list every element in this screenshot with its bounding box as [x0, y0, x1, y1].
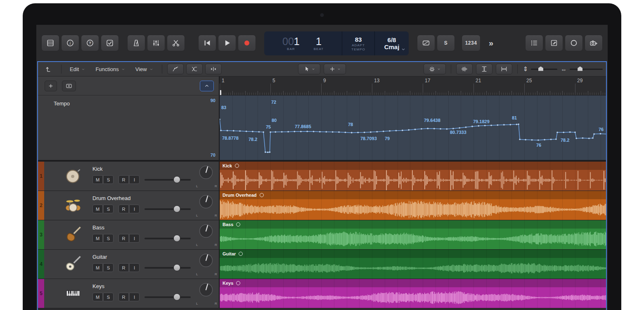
tempo-point[interactable]	[370, 131, 372, 133]
tempo-point[interactable]	[306, 131, 308, 132]
loop-indicator-icon[interactable]	[236, 281, 240, 285]
tempo-point[interactable]	[267, 152, 269, 153]
track-header[interactable]: 1 Kick M S R I L R	[38, 162, 220, 191]
horizontal-zoom-thumb[interactable]	[578, 67, 582, 71]
tempo-point[interactable]	[484, 125, 486, 126]
region-header[interactable]: Guitar	[220, 250, 606, 258]
track-lane[interactable]: Guitar	[220, 250, 606, 279]
tools-button[interactable]	[167, 35, 185, 51]
track-name[interactable]: Drum Overhead	[92, 195, 130, 201]
record-button[interactable]	[238, 35, 256, 51]
lcd-chevron-down-icon[interactable]	[400, 46, 406, 52]
note-pads-button[interactable]	[545, 35, 563, 51]
tempo-point[interactable]	[556, 132, 558, 134]
track-name[interactable]: Kick	[92, 166, 103, 172]
solo-button[interactable]: S	[103, 293, 114, 301]
view-menu[interactable]: View	[132, 64, 157, 74]
loop-indicator-icon[interactable]	[236, 222, 240, 227]
library-button[interactable]	[41, 35, 59, 51]
track-lane[interactable]: Drum Overhead	[220, 191, 606, 220]
region-header[interactable]: Kick	[220, 162, 606, 170]
track-name[interactable]: Keys	[92, 283, 104, 289]
tempo-point[interactable]	[588, 138, 590, 139]
solo-mode-button[interactable]: S	[437, 35, 455, 51]
region-header[interactable]: Drum Overhead	[220, 191, 606, 199]
pan-knob[interactable]	[198, 194, 214, 210]
tempo-point[interactable]	[537, 139, 539, 141]
loop-browser-button[interactable]	[565, 35, 583, 51]
mute-button[interactable]: M	[92, 263, 103, 272]
media-browser-button[interactable]	[585, 35, 603, 51]
tempo-point[interactable]	[294, 131, 296, 133]
lcd-beat-field[interactable]: 1 BEAT	[314, 36, 324, 51]
tempo-point[interactable]	[421, 128, 422, 130]
count-in-button[interactable]: 1234	[462, 35, 481, 51]
input-monitor-button[interactable]: I	[129, 263, 140, 272]
tempo-point[interactable]	[471, 126, 473, 127]
track-lane[interactable]: Bass	[220, 220, 606, 249]
mute-button[interactable]: M	[92, 205, 103, 213]
lcd-position[interactable]: 001 BAR 1 BEAT	[264, 31, 342, 55]
volume-slider[interactable]	[144, 264, 191, 272]
tempo-curve[interactable]	[220, 95, 606, 160]
record-enable-button[interactable]: R	[118, 263, 129, 272]
tempo-point[interactable]	[593, 133, 595, 135]
tempo-point[interactable]	[281, 131, 283, 133]
tempo-point[interactable]	[246, 131, 247, 132]
mute-button[interactable]: M	[92, 175, 103, 184]
tempo-point[interactable]	[357, 132, 359, 134]
pan-knob[interactable]	[198, 282, 214, 298]
hide-global-tracks-button[interactable]	[200, 81, 214, 91]
tempo-point[interactable]	[326, 131, 327, 133]
pan-knob[interactable]	[198, 165, 214, 180]
mute-button[interactable]: M	[92, 293, 103, 301]
tempo-point[interactable]	[313, 131, 315, 133]
volume-slider-thumb[interactable]	[173, 264, 180, 271]
vertical-zoom-thumb[interactable]	[538, 67, 543, 71]
tempo-point[interactable]	[433, 128, 435, 130]
record-enable-button[interactable]: R	[118, 175, 129, 184]
functions-menu[interactable]: Functions	[92, 64, 128, 74]
tempo-point[interactable]	[582, 137, 584, 139]
tempo-point[interactable]	[383, 131, 384, 132]
horizontal-zoom-track[interactable]	[570, 69, 603, 70]
tempo-point[interactable]	[376, 131, 378, 133]
tempo-point[interactable]	[446, 128, 448, 130]
pan-knob[interactable]	[198, 253, 214, 268]
tempo-point[interactable]	[544, 139, 545, 141]
tempo-point[interactable]	[478, 125, 480, 127]
track-lane[interactable]: Kick	[220, 162, 606, 191]
input-monitor-button[interactable]: I	[129, 293, 140, 301]
solo-button[interactable]: S	[103, 263, 114, 272]
tempo-point[interactable]	[452, 128, 454, 129]
solo-button[interactable]: S	[103, 175, 114, 184]
tempo-point[interactable]	[258, 131, 260, 133]
region-header[interactable]: Bass	[220, 220, 606, 229]
volume-slider-thumb[interactable]	[173, 235, 180, 242]
tempo-point[interactable]	[555, 138, 557, 140]
tempo-point[interactable]	[345, 132, 346, 134]
crossfade-tool[interactable]	[186, 64, 203, 74]
tempo-point[interactable]	[427, 128, 429, 129]
record-enable-button[interactable]: R	[118, 205, 129, 213]
tempo-lane[interactable]: 8378.877878.275807277.86857878.70937979.…	[220, 95, 606, 160]
tempo-point[interactable]	[525, 139, 526, 141]
lcd-tempo-field[interactable]: 83 ADAPT TEMPO	[342, 31, 375, 55]
tempo-point[interactable]	[233, 130, 234, 132]
checklist-button[interactable]	[101, 35, 119, 51]
volume-slider-thumb[interactable]	[173, 293, 180, 300]
horizontal-auto-zoom-button[interactable]	[496, 64, 512, 74]
toolbar-overflow-button[interactable]: »	[489, 35, 493, 51]
automation-curve-tool[interactable]	[167, 64, 184, 74]
tempo-point[interactable]	[395, 130, 397, 131]
tempo-point[interactable]	[574, 131, 576, 133]
track-name[interactable]: Bass	[92, 224, 104, 231]
tempo-point[interactable]	[600, 133, 601, 135]
record-enable-button[interactable]: R	[118, 234, 129, 243]
tempo-point[interactable]	[227, 130, 228, 131]
tempo-point[interactable]	[364, 132, 365, 134]
tempo-point[interactable]	[269, 151, 271, 153]
volume-slider-thumb[interactable]	[173, 205, 180, 212]
vertical-zoom-slider[interactable]: ⇕	[523, 65, 557, 73]
tempo-point[interactable]	[465, 126, 467, 128]
